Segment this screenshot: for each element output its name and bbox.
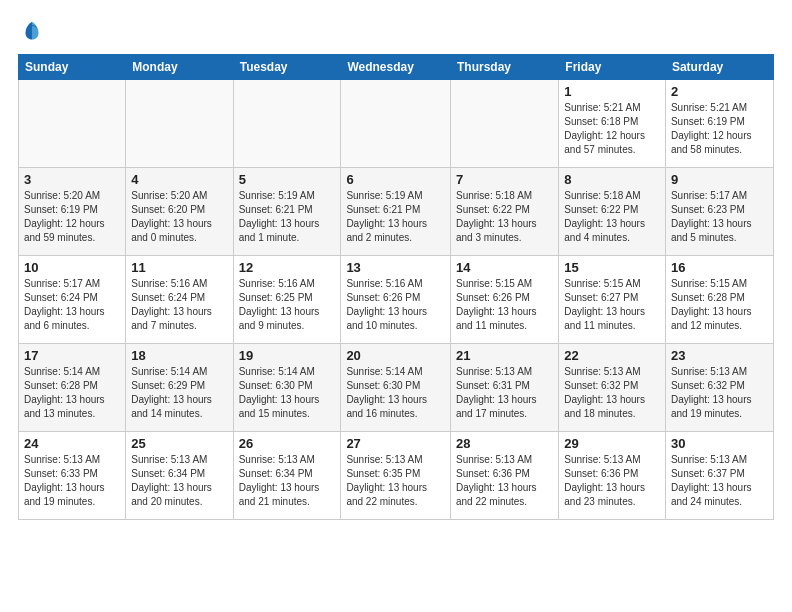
- day-number: 13: [346, 260, 445, 275]
- day-info: Sunrise: 5:15 AM Sunset: 6:27 PM Dayligh…: [564, 277, 660, 333]
- calendar-cell: [126, 80, 233, 168]
- day-info: Sunrise: 5:15 AM Sunset: 6:26 PM Dayligh…: [456, 277, 553, 333]
- day-number: 1: [564, 84, 660, 99]
- weekday-saturday: Saturday: [665, 55, 773, 80]
- calendar-cell: 18Sunrise: 5:14 AM Sunset: 6:29 PM Dayli…: [126, 344, 233, 432]
- day-number: 8: [564, 172, 660, 187]
- day-info: Sunrise: 5:13 AM Sunset: 6:36 PM Dayligh…: [564, 453, 660, 509]
- calendar-week-1: 3Sunrise: 5:20 AM Sunset: 6:19 PM Daylig…: [19, 168, 774, 256]
- weekday-tuesday: Tuesday: [233, 55, 341, 80]
- day-number: 14: [456, 260, 553, 275]
- day-info: Sunrise: 5:19 AM Sunset: 6:21 PM Dayligh…: [346, 189, 445, 245]
- calendar-cell: 6Sunrise: 5:19 AM Sunset: 6:21 PM Daylig…: [341, 168, 451, 256]
- day-info: Sunrise: 5:14 AM Sunset: 6:30 PM Dayligh…: [346, 365, 445, 421]
- calendar-cell: 9Sunrise: 5:17 AM Sunset: 6:23 PM Daylig…: [665, 168, 773, 256]
- weekday-sunday: Sunday: [19, 55, 126, 80]
- day-number: 5: [239, 172, 336, 187]
- calendar-cell: 3Sunrise: 5:20 AM Sunset: 6:19 PM Daylig…: [19, 168, 126, 256]
- day-number: 27: [346, 436, 445, 451]
- calendar-cell: [233, 80, 341, 168]
- calendar-week-0: 1Sunrise: 5:21 AM Sunset: 6:18 PM Daylig…: [19, 80, 774, 168]
- day-number: 10: [24, 260, 120, 275]
- day-number: 24: [24, 436, 120, 451]
- calendar-cell: 1Sunrise: 5:21 AM Sunset: 6:18 PM Daylig…: [559, 80, 666, 168]
- day-number: 15: [564, 260, 660, 275]
- calendar-cell: 7Sunrise: 5:18 AM Sunset: 6:22 PM Daylig…: [450, 168, 558, 256]
- calendar-cell: 17Sunrise: 5:14 AM Sunset: 6:28 PM Dayli…: [19, 344, 126, 432]
- calendar-cell: [341, 80, 451, 168]
- calendar-week-2: 10Sunrise: 5:17 AM Sunset: 6:24 PM Dayli…: [19, 256, 774, 344]
- weekday-thursday: Thursday: [450, 55, 558, 80]
- day-info: Sunrise: 5:18 AM Sunset: 6:22 PM Dayligh…: [456, 189, 553, 245]
- day-info: Sunrise: 5:18 AM Sunset: 6:22 PM Dayligh…: [564, 189, 660, 245]
- day-info: Sunrise: 5:13 AM Sunset: 6:36 PM Dayligh…: [456, 453, 553, 509]
- calendar-cell: 28Sunrise: 5:13 AM Sunset: 6:36 PM Dayli…: [450, 432, 558, 520]
- calendar-cell: 27Sunrise: 5:13 AM Sunset: 6:35 PM Dayli…: [341, 432, 451, 520]
- day-info: Sunrise: 5:17 AM Sunset: 6:24 PM Dayligh…: [24, 277, 120, 333]
- day-number: 3: [24, 172, 120, 187]
- calendar-cell: 8Sunrise: 5:18 AM Sunset: 6:22 PM Daylig…: [559, 168, 666, 256]
- weekday-header-row: SundayMondayTuesdayWednesdayThursdayFrid…: [19, 55, 774, 80]
- day-info: Sunrise: 5:13 AM Sunset: 6:33 PM Dayligh…: [24, 453, 120, 509]
- day-number: 30: [671, 436, 768, 451]
- day-number: 25: [131, 436, 227, 451]
- calendar-cell: 14Sunrise: 5:15 AM Sunset: 6:26 PM Dayli…: [450, 256, 558, 344]
- weekday-friday: Friday: [559, 55, 666, 80]
- day-number: 23: [671, 348, 768, 363]
- day-number: 19: [239, 348, 336, 363]
- day-number: 11: [131, 260, 227, 275]
- calendar-cell: 29Sunrise: 5:13 AM Sunset: 6:36 PM Dayli…: [559, 432, 666, 520]
- day-number: 9: [671, 172, 768, 187]
- logo-icon: [18, 18, 46, 46]
- day-info: Sunrise: 5:17 AM Sunset: 6:23 PM Dayligh…: [671, 189, 768, 245]
- day-info: Sunrise: 5:14 AM Sunset: 6:28 PM Dayligh…: [24, 365, 120, 421]
- day-info: Sunrise: 5:15 AM Sunset: 6:28 PM Dayligh…: [671, 277, 768, 333]
- day-number: 4: [131, 172, 227, 187]
- day-number: 6: [346, 172, 445, 187]
- calendar-cell: 26Sunrise: 5:13 AM Sunset: 6:34 PM Dayli…: [233, 432, 341, 520]
- calendar-week-4: 24Sunrise: 5:13 AM Sunset: 6:33 PM Dayli…: [19, 432, 774, 520]
- calendar-cell: 10Sunrise: 5:17 AM Sunset: 6:24 PM Dayli…: [19, 256, 126, 344]
- day-info: Sunrise: 5:16 AM Sunset: 6:26 PM Dayligh…: [346, 277, 445, 333]
- weekday-monday: Monday: [126, 55, 233, 80]
- calendar-cell: 19Sunrise: 5:14 AM Sunset: 6:30 PM Dayli…: [233, 344, 341, 432]
- calendar-cell: 12Sunrise: 5:16 AM Sunset: 6:25 PM Dayli…: [233, 256, 341, 344]
- day-info: Sunrise: 5:13 AM Sunset: 6:32 PM Dayligh…: [564, 365, 660, 421]
- day-number: 22: [564, 348, 660, 363]
- calendar-cell: 2Sunrise: 5:21 AM Sunset: 6:19 PM Daylig…: [665, 80, 773, 168]
- calendar-cell: 15Sunrise: 5:15 AM Sunset: 6:27 PM Dayli…: [559, 256, 666, 344]
- day-info: Sunrise: 5:20 AM Sunset: 6:20 PM Dayligh…: [131, 189, 227, 245]
- calendar-cell: 21Sunrise: 5:13 AM Sunset: 6:31 PM Dayli…: [450, 344, 558, 432]
- day-number: 18: [131, 348, 227, 363]
- day-number: 7: [456, 172, 553, 187]
- day-number: 20: [346, 348, 445, 363]
- day-info: Sunrise: 5:13 AM Sunset: 6:34 PM Dayligh…: [131, 453, 227, 509]
- calendar-cell: 22Sunrise: 5:13 AM Sunset: 6:32 PM Dayli…: [559, 344, 666, 432]
- calendar-cell: 25Sunrise: 5:13 AM Sunset: 6:34 PM Dayli…: [126, 432, 233, 520]
- day-info: Sunrise: 5:13 AM Sunset: 6:31 PM Dayligh…: [456, 365, 553, 421]
- day-info: Sunrise: 5:21 AM Sunset: 6:19 PM Dayligh…: [671, 101, 768, 157]
- calendar-cell: [19, 80, 126, 168]
- logo: [18, 18, 50, 46]
- header: [18, 18, 774, 46]
- day-info: Sunrise: 5:19 AM Sunset: 6:21 PM Dayligh…: [239, 189, 336, 245]
- day-info: Sunrise: 5:16 AM Sunset: 6:25 PM Dayligh…: [239, 277, 336, 333]
- calendar-table: SundayMondayTuesdayWednesdayThursdayFrid…: [18, 54, 774, 520]
- calendar-cell: 11Sunrise: 5:16 AM Sunset: 6:24 PM Dayli…: [126, 256, 233, 344]
- calendar-cell: 30Sunrise: 5:13 AM Sunset: 6:37 PM Dayli…: [665, 432, 773, 520]
- day-info: Sunrise: 5:16 AM Sunset: 6:24 PM Dayligh…: [131, 277, 227, 333]
- calendar-cell: [450, 80, 558, 168]
- calendar-cell: 13Sunrise: 5:16 AM Sunset: 6:26 PM Dayli…: [341, 256, 451, 344]
- calendar-cell: 23Sunrise: 5:13 AM Sunset: 6:32 PM Dayli…: [665, 344, 773, 432]
- day-number: 16: [671, 260, 768, 275]
- calendar-cell: 20Sunrise: 5:14 AM Sunset: 6:30 PM Dayli…: [341, 344, 451, 432]
- day-number: 28: [456, 436, 553, 451]
- page: SundayMondayTuesdayWednesdayThursdayFrid…: [0, 0, 792, 530]
- day-info: Sunrise: 5:13 AM Sunset: 6:35 PM Dayligh…: [346, 453, 445, 509]
- day-info: Sunrise: 5:13 AM Sunset: 6:32 PM Dayligh…: [671, 365, 768, 421]
- day-info: Sunrise: 5:14 AM Sunset: 6:29 PM Dayligh…: [131, 365, 227, 421]
- day-number: 21: [456, 348, 553, 363]
- calendar-cell: 5Sunrise: 5:19 AM Sunset: 6:21 PM Daylig…: [233, 168, 341, 256]
- day-number: 29: [564, 436, 660, 451]
- day-info: Sunrise: 5:13 AM Sunset: 6:34 PM Dayligh…: [239, 453, 336, 509]
